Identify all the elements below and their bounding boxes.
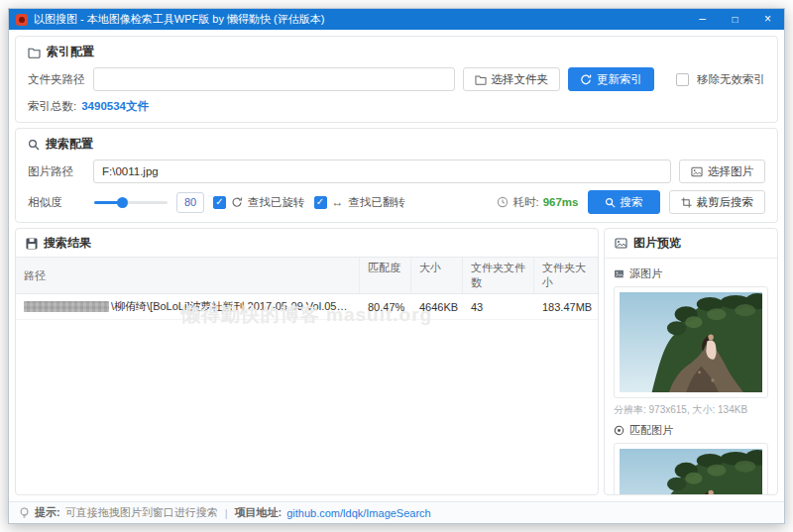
results-table-header: 路径 匹配度 大小 文件夹文件数 文件夹大小	[16, 257, 598, 294]
cell-path: \柳侑绮\[BoLoLi]波萝社新刊 2017-05-09 Vol.054 柳侑…	[16, 294, 360, 319]
find-rotated-group: ✓ 查找已旋转	[213, 195, 305, 210]
elapsed-label: 耗时:	[512, 195, 538, 210]
folder-path-input[interactable]	[93, 67, 455, 91]
maximize-button[interactable]: □	[719, 9, 751, 30]
cell-folder-size: 183.47MB	[534, 296, 598, 318]
search-icon	[28, 139, 40, 151]
preview-title: 图片预览	[633, 235, 681, 252]
image-path-row: 图片路径 选择图片	[28, 160, 765, 183]
col-size[interactable]: 大小	[411, 258, 463, 293]
col-folder-size[interactable]: 文件夹大小	[534, 258, 598, 293]
col-path[interactable]: 路径	[16, 258, 360, 293]
crop-search-label: 裁剪后搜索	[697, 195, 754, 210]
folder-path-label: 文件夹路径	[28, 72, 85, 87]
select-folder-label: 选择文件夹	[492, 72, 549, 87]
source-image-label: 源图片	[629, 266, 662, 281]
remove-invalid-label: 移除无效索引	[697, 72, 765, 87]
similarity-value-input[interactable]	[176, 192, 204, 213]
matched-image-label: 匹配图片	[629, 423, 673, 438]
image-path-input[interactable]	[93, 160, 671, 183]
image-path-label: 图片路径	[28, 164, 85, 179]
crop-icon	[681, 197, 692, 208]
similarity-row: 相似度 ✓ 查找已旋转 ✓ ↔	[28, 190, 765, 214]
save-icon	[26, 238, 38, 250]
source-image-label-row: 源图片	[614, 266, 768, 281]
elapsed-value: 967ms	[543, 196, 579, 208]
search-config-section: 搜索配置 图片路径 选择图片 相似度	[15, 128, 778, 223]
flip-arrows-icon: ↔	[332, 195, 344, 209]
project-label: 项目地址:	[235, 505, 283, 520]
remove-invalid-checkbox[interactable]	[676, 73, 689, 86]
find-flipped-checkbox[interactable]: ✓	[314, 196, 327, 209]
cell-size: 4646KB	[411, 296, 463, 318]
matched-image-photo[interactable]	[620, 449, 762, 494]
image-icon	[691, 166, 703, 177]
results-title: 搜索结果	[44, 235, 91, 252]
close-button[interactable]: ×	[751, 9, 784, 30]
index-config-section: 索引配置 文件夹路径 选择文件夹 更新索引	[15, 36, 778, 123]
folder-icon	[28, 47, 41, 58]
index-config-title: 索引配置	[47, 44, 94, 60]
status-bar: 提示: 可直接拖拽图片到窗口进行搜索 | 项目地址: github.com/ld…	[9, 501, 784, 523]
window-title: 以图搜图 - 本地图像检索工具WPF版 by 懒得勤快 (评估版本)	[34, 12, 686, 27]
hint-label: 提示:	[35, 505, 60, 520]
col-folder-count[interactable]: 文件夹文件数	[463, 258, 534, 293]
matched-image-label-row: 匹配图片	[614, 423, 768, 438]
find-rotated-checkbox[interactable]: ✓	[213, 196, 226, 209]
similarity-slider[interactable]	[94, 196, 168, 209]
similarity-label: 相似度	[28, 195, 85, 210]
clock-icon	[497, 196, 509, 208]
select-image-button[interactable]: 选择图片	[679, 160, 765, 183]
results-title-row: 搜索结果	[16, 229, 598, 257]
image-icon	[615, 238, 627, 249]
image-preview-section: 图片预览 源图片	[604, 228, 778, 495]
search-config-title: 搜索配置	[46, 136, 93, 153]
col-match[interactable]: 匹配度	[360, 258, 411, 293]
search-icon	[605, 197, 616, 208]
source-image-info: 分辨率: 973x615, 大小: 134KB	[614, 403, 768, 417]
index-config-title-row: 索引配置	[28, 44, 765, 60]
find-rotated-label: 查找已旋转	[248, 195, 305, 210]
hint-text: 可直接拖拽图片到窗口进行搜索	[65, 505, 218, 520]
search-button-label: 搜索	[621, 195, 643, 210]
source-image-card	[614, 286, 768, 398]
app-window: 以图搜图 - 本地图像检索工具WPF版 by 懒得勤快 (评估版本) – □ ×…	[8, 8, 785, 524]
update-index-button[interactable]: 更新索引	[568, 67, 654, 91]
content-area: 索引配置 文件夹路径 选择文件夹 更新索引	[9, 30, 784, 501]
select-image-label: 选择图片	[708, 164, 753, 179]
source-image-photo[interactable]	[620, 292, 762, 392]
table-row[interactable]: \柳侑绮\[BoLoLi]波萝社新刊 2017-05-09 Vol.054 柳侑…	[16, 294, 598, 320]
matched-image-card	[614, 443, 768, 494]
index-total-label: 索引总数:	[28, 99, 76, 114]
refresh-icon	[580, 73, 592, 85]
cell-match: 80.47%	[360, 296, 411, 318]
minimize-button[interactable]: –	[686, 9, 719, 30]
app-icon	[16, 14, 28, 26]
lightbulb-icon	[19, 507, 30, 519]
folder-path-row: 文件夹路径 选择文件夹 更新索引 移除无效索引	[28, 67, 765, 91]
elapsed-group: 耗时: 967ms	[497, 195, 578, 210]
cell-folder-count: 43	[463, 296, 534, 318]
title-bar: 以图搜图 - 本地图像检索工具WPF版 by 懒得勤快 (评估版本) – □ ×	[9, 9, 784, 30]
crop-search-button[interactable]: 裁剪后搜索	[669, 190, 766, 214]
search-results-section: 搜索结果 路径 匹配度 大小 文件夹文件数 文件夹大小 \柳侑绮\[BoLoLi…	[15, 228, 599, 495]
slider-thumb[interactable]	[117, 197, 128, 208]
search-config-title-row: 搜索配置	[28, 136, 765, 153]
censored-path-prefix	[24, 301, 109, 312]
update-index-label: 更新索引	[597, 72, 642, 87]
preview-title-row: 图片预览	[605, 229, 777, 259]
find-flipped-group: ✓ ↔ 查找已翻转	[314, 195, 406, 210]
index-total-value: 3490534文件	[81, 99, 149, 114]
folder-icon	[475, 74, 487, 85]
path-text: \柳侑绮\[BoLoLi]波萝社新刊 2017-05-09 Vol.054 柳侑…	[111, 299, 352, 314]
main-row: 搜索结果 路径 匹配度 大小 文件夹文件数 文件夹大小 \柳侑绮\[BoLoLi…	[15, 228, 778, 495]
photo-icon	[614, 269, 624, 278]
preview-body: 源图片	[605, 259, 777, 494]
rotate-icon	[231, 196, 243, 208]
search-button[interactable]: 搜索	[588, 190, 660, 214]
find-flipped-label: 查找已翻转	[349, 195, 406, 210]
select-folder-button[interactable]: 选择文件夹	[463, 67, 561, 91]
index-total-row: 索引总数: 3490534文件	[28, 99, 765, 114]
footer-separator: |	[225, 507, 228, 519]
project-link[interactable]: github.com/ldqk/ImageSearch	[286, 507, 431, 519]
